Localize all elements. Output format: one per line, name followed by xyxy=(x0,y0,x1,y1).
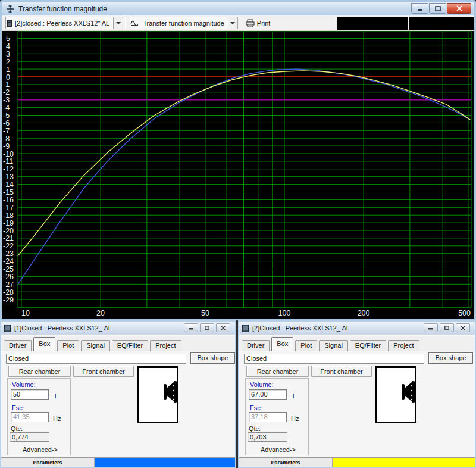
rear-chamber-button[interactable]: Rear chamber xyxy=(246,366,309,377)
box-type-field[interactable]: Closed xyxy=(6,354,186,364)
box-shape-button[interactable]: Box shape xyxy=(428,352,473,364)
svg-text:-13: -13 xyxy=(3,173,14,181)
svg-text:1: 1 xyxy=(6,65,10,74)
minimize-button[interactable] xyxy=(411,3,428,14)
box-panel-1: [1]Closed : Peerless XXLS12_ AL Driver B… xyxy=(0,320,236,468)
tab-box[interactable]: Box xyxy=(271,337,293,351)
plot-type-dropdown-button[interactable] xyxy=(228,17,237,29)
svg-text:-21: -21 xyxy=(3,234,14,242)
tab-project[interactable]: Project xyxy=(150,340,181,351)
tab-eq-filter[interactable]: EQ/Filter xyxy=(112,340,148,351)
curve-select-dropdown-button[interactable] xyxy=(113,17,123,29)
minimize-icon xyxy=(417,6,423,11)
speaker-icon xyxy=(162,379,178,405)
close-button[interactable] xyxy=(456,323,470,332)
tab-eq-filter[interactable]: EQ/Filter xyxy=(350,340,386,351)
panel-tabs: Driver Box Plot Signal EQ/Filter Project xyxy=(1,336,235,351)
panel-title: [2]Closed : Peerless XXLS12_ AL xyxy=(252,325,350,332)
tab-project[interactable]: Project xyxy=(388,340,419,351)
maximize-icon xyxy=(205,326,209,330)
curve-list-icon xyxy=(6,19,12,27)
maximize-button[interactable] xyxy=(429,3,446,14)
plot-toolbar: [2]closed : Peerless XXLS12" AL Transfer… xyxy=(2,15,474,31)
box-shape-button[interactable]: Box shape xyxy=(190,352,235,364)
box-type-field[interactable]: Closed xyxy=(244,354,424,364)
volume-label: Volume: xyxy=(250,381,274,388)
panel-tabs: Driver Box Plot Signal EQ/Filter Project xyxy=(239,336,475,351)
svg-text:2: 2 xyxy=(6,58,10,66)
qtc-label: Qtc: xyxy=(249,425,261,432)
svg-text:-5: -5 xyxy=(3,111,10,120)
svg-text:10: 10 xyxy=(21,309,30,317)
fsc-label: Fsc: xyxy=(250,404,262,411)
tab-signal[interactable]: Signal xyxy=(81,340,110,351)
svg-text:-28: -28 xyxy=(3,288,14,297)
close-icon xyxy=(456,5,462,11)
rear-chamber-button[interactable]: Rear chamber xyxy=(8,366,71,377)
advanced-link[interactable]: Advanced-> xyxy=(261,446,296,453)
toolbar-separator xyxy=(125,17,126,29)
window-gap xyxy=(236,320,238,468)
svg-text:-19: -19 xyxy=(3,219,14,227)
panel-titlebar[interactable]: [2]Closed : Peerless XXLS12_ AL xyxy=(239,322,475,335)
fsc-input[interactable]: 37,18 xyxy=(249,412,287,422)
svg-text:-2: -2 xyxy=(3,88,10,96)
svg-text:-10: -10 xyxy=(3,150,14,158)
toolbar-separator xyxy=(240,17,240,29)
minimize-icon xyxy=(428,326,433,330)
parameters-header-row: Parameters xyxy=(1,457,235,467)
svg-text:-7: -7 xyxy=(3,127,10,135)
tab-plot[interactable]: Plot xyxy=(295,340,317,351)
tab-box[interactable]: Box xyxy=(33,337,55,351)
parameters-header: Parameters xyxy=(1,458,95,467)
maximize-button[interactable] xyxy=(440,323,454,332)
tab-signal[interactable]: Signal xyxy=(319,340,348,351)
svg-text:-23: -23 xyxy=(3,249,14,258)
svg-text:50: 50 xyxy=(201,309,209,317)
panel-title: [1]Closed : Peerless XXLS12_ AL xyxy=(14,325,112,332)
project-window-icon xyxy=(4,325,11,332)
transfer-function-plot[interactable]: 543210-1-2-3-4-5-6-7-8-9-10-11-12-13-14-… xyxy=(2,31,474,319)
svg-text:-9: -9 xyxy=(3,142,10,151)
main-titlebar[interactable]: Transfer function magnitude xyxy=(2,2,474,15)
svg-text:-26: -26 xyxy=(3,273,14,281)
svg-text:4: 4 xyxy=(6,42,10,51)
close-button[interactable] xyxy=(447,3,471,14)
svg-text:200: 200 xyxy=(358,309,370,317)
svg-text:3: 3 xyxy=(6,50,10,58)
minimize-button[interactable] xyxy=(184,323,198,332)
fsc-input[interactable]: 41,35 xyxy=(11,412,49,422)
qtc-value-field: 0,703 xyxy=(248,432,287,442)
volume-input[interactable]: 50 xyxy=(11,389,49,400)
volume-input[interactable]: 67,00 xyxy=(249,389,287,400)
screen: Transfer function magnitude [2]cl xyxy=(0,0,476,468)
close-button[interactable] xyxy=(216,323,230,332)
curve-color-swatch[interactable] xyxy=(333,458,475,467)
svg-text:-12: -12 xyxy=(3,165,14,173)
plot-type-combo[interactable]: Transfer function magnitude xyxy=(130,17,238,29)
minimize-button[interactable] xyxy=(424,323,438,332)
svg-text:-29: -29 xyxy=(3,296,14,304)
qtc-label: Qtc: xyxy=(11,425,23,432)
panel-titlebar[interactable]: [1]Closed : Peerless XXLS12_ AL xyxy=(1,322,235,335)
volume-unit: l xyxy=(293,392,294,400)
transfer-function-window: Transfer function magnitude [2]cl xyxy=(0,0,476,320)
front-chamber-button[interactable]: Front chamber xyxy=(73,366,134,377)
svg-text:-15: -15 xyxy=(3,188,14,196)
volume-label: Volume: xyxy=(12,381,36,388)
box-drawing xyxy=(137,366,178,423)
tab-driver[interactable]: Driver xyxy=(4,340,32,351)
speaker-icon xyxy=(400,379,416,405)
maximize-button[interactable] xyxy=(200,323,214,332)
curve-color-swatch[interactable] xyxy=(95,458,235,467)
front-chamber-button[interactable]: Front chamber xyxy=(311,366,372,377)
parameters-header: Parameters xyxy=(239,458,333,467)
advanced-link[interactable]: Advanced-> xyxy=(23,446,58,453)
print-button[interactable]: Print xyxy=(242,18,274,29)
curve-select-combo[interactable]: [2]closed : Peerless XXLS12" AL xyxy=(5,17,123,29)
svg-text:-14: -14 xyxy=(3,180,14,189)
tab-driver[interactable]: Driver xyxy=(242,340,270,351)
volume-unit: l xyxy=(55,392,56,400)
tab-plot[interactable]: Plot xyxy=(57,340,79,351)
box-panel-2: [2]Closed : Peerless XXLS12_ AL Driver B… xyxy=(238,320,476,468)
